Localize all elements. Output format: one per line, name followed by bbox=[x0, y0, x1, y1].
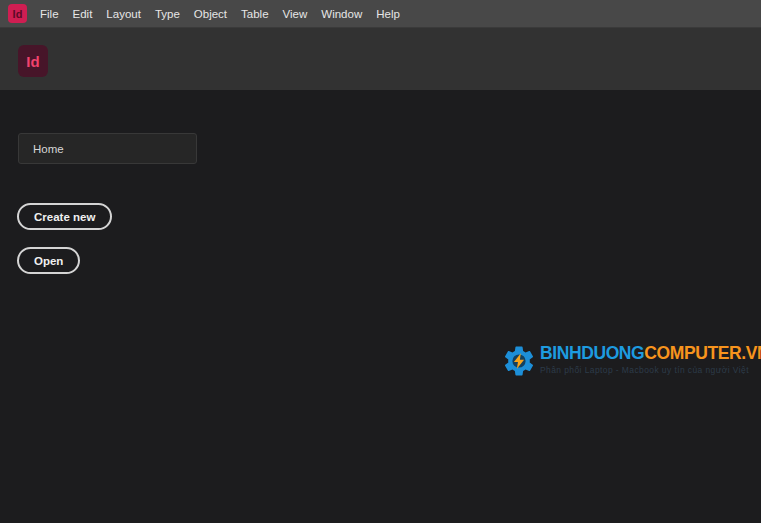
watermark-brand: BINHDUONGCOMPUTER.VN bbox=[540, 342, 761, 364]
home-tab-label: Home bbox=[33, 143, 64, 155]
menu-table[interactable]: Table bbox=[234, 0, 276, 28]
open-button[interactable]: Open bbox=[17, 247, 80, 274]
app-header: Id bbox=[0, 28, 761, 90]
menu-object[interactable]: Object bbox=[187, 0, 234, 28]
sidebar-item-home[interactable]: Home bbox=[18, 133, 197, 164]
indesign-app-tile-text: Id bbox=[26, 53, 39, 70]
menu-bar: Id File Edit Layout Type Object Table Vi… bbox=[0, 0, 761, 28]
menu-type[interactable]: Type bbox=[148, 0, 187, 28]
menu-edit[interactable]: Edit bbox=[66, 0, 100, 28]
menu-view[interactable]: View bbox=[276, 0, 315, 28]
menu-file[interactable]: File bbox=[33, 0, 66, 28]
indesign-logo-icon: Id bbox=[8, 4, 27, 23]
indesign-app-window: Id File Edit Layout Type Object Table Vi… bbox=[0, 0, 761, 523]
watermark: BINHDUONGCOMPUTER.VN Phân phối Laptop - … bbox=[501, 342, 761, 379]
menu-layout[interactable]: Layout bbox=[99, 0, 148, 28]
menu-help[interactable]: Help bbox=[369, 0, 407, 28]
home-screen: Home Create new Open BINHDUONGCOMPUTER.V… bbox=[0, 90, 761, 523]
indesign-app-tile-icon: Id bbox=[18, 45, 48, 77]
indesign-logo-text: Id bbox=[13, 8, 23, 20]
gear-bolt-icon bbox=[501, 343, 537, 379]
watermark-tagline: Phân phối Laptop - Macbook uy tín của ng… bbox=[540, 365, 761, 375]
watermark-text-block: BINHDUONGCOMPUTER.VN Phân phối Laptop - … bbox=[540, 342, 761, 375]
menu-window[interactable]: Window bbox=[314, 0, 369, 28]
create-new-button[interactable]: Create new bbox=[17, 203, 112, 230]
watermark-brand-computer: COMPUTER.VN bbox=[644, 343, 761, 363]
watermark-brand-binhduong: BINHDUONG bbox=[540, 343, 644, 363]
